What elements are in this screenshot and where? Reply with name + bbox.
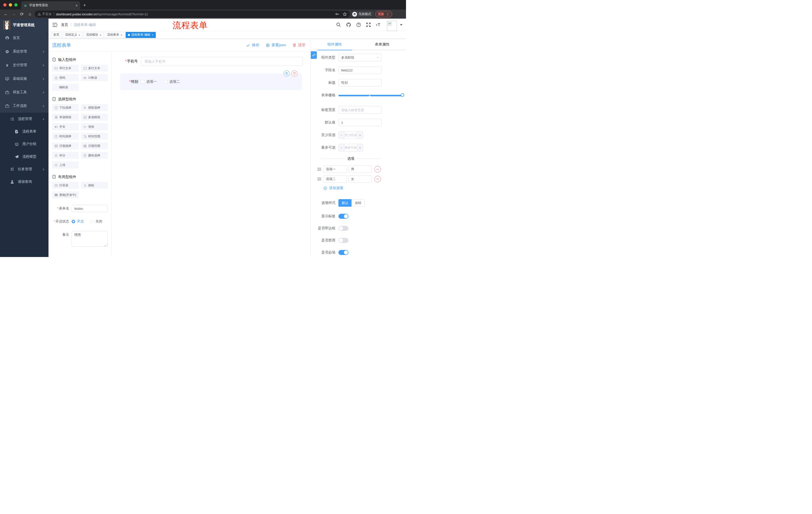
- tag-process-definition[interactable]: 流程定义×: [63, 32, 82, 38]
- component-date-picker[interactable]: 日期选择: [52, 142, 79, 150]
- tab-component-props[interactable]: 组件属性: [311, 39, 358, 50]
- sidebar-item-payment[interactable]: ¥ 支付管理 ∨: [0, 58, 49, 72]
- avatar[interactable]: [387, 21, 397, 31]
- view-json-button[interactable]: 查看json: [266, 43, 286, 48]
- tag-home[interactable]: 首页: [51, 32, 62, 38]
- sidebar-item-devtools[interactable]: 研发工具 ∨: [0, 85, 49, 99]
- hamburger-icon[interactable]: [52, 22, 58, 28]
- title-input[interactable]: [339, 79, 382, 86]
- browser-menu-icon[interactable]: ⋮: [386, 12, 389, 16]
- option-label-input[interactable]: [323, 175, 347, 183]
- default-value-input[interactable]: [339, 119, 382, 126]
- component-switch[interactable]: 开关: [52, 123, 79, 130]
- gender-option-1-checkbox[interactable]: 选项一: [141, 79, 157, 84]
- text-size-icon[interactable]: TT: [376, 22, 382, 27]
- sidebar-item-infra[interactable]: 基础设施 ∨: [0, 72, 49, 85]
- form-grid-slider[interactable]: [339, 91, 404, 99]
- component-button[interactable]: 按钮: [81, 182, 108, 189]
- tag-process-form[interactable]: 流程表单×: [105, 32, 124, 38]
- required-toggle[interactable]: [339, 250, 348, 255]
- component-counter[interactable]: 123计数器: [81, 74, 108, 81]
- style-button-button[interactable]: 按钮: [351, 199, 365, 207]
- sidebar-item-process-model[interactable]: 流程模型: [0, 151, 49, 163]
- fullscreen-icon[interactable]: [366, 22, 371, 27]
- component-checkbox-group[interactable]: 多选框组: [81, 114, 108, 121]
- component-type-select[interactable]: [339, 54, 382, 61]
- browser-tab[interactable]: 芋道管理系统 ×: [21, 1, 80, 9]
- sidebar-item-workflow[interactable]: 工作流程 ∧: [0, 99, 49, 113]
- sidebar-item-user-group[interactable]: 用户分组: [0, 138, 49, 151]
- drag-handle-icon[interactable]: [317, 177, 322, 181]
- option-value-input[interactable]: [348, 175, 372, 183]
- close-window-button[interactable]: [3, 3, 6, 6]
- component-cascader[interactable]: 级联选择: [81, 104, 108, 111]
- increase-button[interactable]: +: [357, 132, 363, 139]
- component-password[interactable]: 密码: [52, 74, 79, 81]
- gender-option-2-checkbox[interactable]: 选项二: [164, 79, 180, 84]
- tag-close-icon[interactable]: ×: [79, 33, 80, 36]
- decrease-button[interactable]: −: [339, 144, 344, 151]
- sidebar-logo[interactable]: 芋道管理系统: [0, 19, 49, 31]
- component-row-container[interactable]: 行容器: [52, 182, 79, 189]
- decrease-button[interactable]: −: [339, 132, 344, 139]
- component-table-dev[interactable]: 表格[开发中]: [52, 191, 79, 198]
- option-label-input[interactable]: [323, 165, 347, 173]
- component-date-range[interactable]: 日期范围: [81, 142, 108, 150]
- search-icon[interactable]: [336, 22, 341, 27]
- form-remark-textarea[interactable]: 嘿嘿: [71, 231, 108, 247]
- sidebar-item-leave-query[interactable]: 请假查询: [0, 175, 49, 188]
- remove-option-button[interactable]: [374, 176, 381, 182]
- status-on-radio[interactable]: 开启: [71, 219, 84, 224]
- sidebar-item-task-mgmt[interactable]: 任务管理 ∨: [0, 163, 49, 175]
- component-rate[interactable]: 评分: [52, 152, 79, 159]
- breadcrumb-home[interactable]: 首页: [61, 23, 68, 27]
- component-upload[interactable]: 上传: [52, 161, 79, 168]
- component-radio-group[interactable]: 单选框组: [52, 114, 79, 121]
- component-editor[interactable]: 编辑器: [52, 84, 79, 91]
- minimize-window-button[interactable]: [9, 3, 12, 6]
- back-icon[interactable]: ←: [2, 11, 9, 17]
- delete-component-button[interactable]: [291, 71, 297, 77]
- border-toggle[interactable]: [339, 226, 348, 231]
- sidebar-item-process-form[interactable]: 流程表单: [0, 125, 49, 138]
- tag-close-icon[interactable]: ×: [152, 33, 153, 36]
- save-button[interactable]: 保存: [246, 43, 259, 48]
- component-time-picker[interactable]: 时间选择: [52, 133, 79, 140]
- disabled-toggle[interactable]: [339, 238, 348, 243]
- option-value-input[interactable]: [348, 165, 372, 173]
- sidebar-item-process-mgmt[interactable]: 流程管理 ∧: [0, 113, 49, 125]
- sidebar-item-system[interactable]: 系统管理 ∨: [0, 45, 49, 58]
- style-default-button[interactable]: 默认: [339, 199, 351, 207]
- add-option-button[interactable]: 添加选项: [323, 186, 406, 190]
- form-name-input[interactable]: [71, 205, 108, 212]
- component-time-range[interactable]: 时间范围: [81, 133, 108, 140]
- increase-button[interactable]: +: [357, 144, 363, 151]
- slider-handle[interactable]: [401, 93, 404, 97]
- component-single-line-text[interactable]: 单行文本: [52, 64, 79, 72]
- component-multi-line-text[interactable]: 多行文本: [81, 64, 108, 72]
- tab-close-icon[interactable]: ×: [76, 3, 78, 7]
- status-off-radio[interactable]: 关闭: [90, 219, 102, 224]
- component-color-picker[interactable]: 颜色选择: [81, 152, 108, 159]
- address-bar[interactable]: 不安全 dashboard.yudao.iocoder.cn/bpm/manag…: [35, 10, 350, 18]
- tag-process-form-edit[interactable]: 流程表单-编辑×: [126, 32, 155, 38]
- copy-component-button[interactable]: [284, 71, 290, 77]
- tag-close-icon[interactable]: ×: [99, 33, 101, 36]
- component-select[interactable]: 下拉选择: [52, 104, 79, 111]
- bookmark-star-icon[interactable]: [343, 12, 347, 16]
- help-icon[interactable]: [356, 22, 361, 27]
- tag-process-model[interactable]: 流程模型×: [84, 32, 103, 38]
- clear-button[interactable]: 清空: [292, 43, 306, 48]
- min-select-value[interactable]: 至少应选: [344, 132, 357, 139]
- label-width-input[interactable]: [339, 106, 382, 114]
- canvas-field-gender-selected[interactable]: *性别 选项一 选项二: [120, 74, 302, 90]
- github-icon[interactable]: [346, 22, 351, 27]
- forward-icon[interactable]: →: [10, 11, 17, 17]
- drag-handle-icon[interactable]: [317, 167, 322, 171]
- link-tag[interactable]: [311, 51, 317, 59]
- field-name-input[interactable]: [339, 66, 382, 74]
- tab-form-props[interactable]: 表单属性: [358, 39, 406, 50]
- browser-update-button[interactable]: 更新 ⋮: [375, 11, 392, 17]
- remove-option-button[interactable]: [374, 166, 381, 172]
- tag-close-icon[interactable]: ×: [121, 33, 122, 36]
